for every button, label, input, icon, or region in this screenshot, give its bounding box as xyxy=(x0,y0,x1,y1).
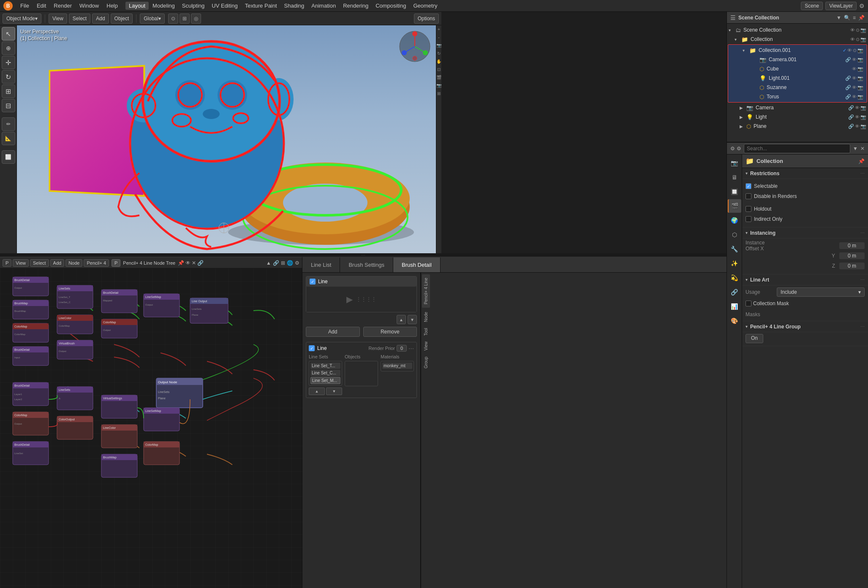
transform-selector[interactable]: Global ▾ xyxy=(140,14,165,24)
node-pin-icon[interactable]: 📌 xyxy=(178,260,184,266)
outliner-filter-icon[interactable]: ▼ xyxy=(836,15,841,21)
outliner-light[interactable]: ▶ 💡 Light 🔗 👁 📷 xyxy=(727,112,868,122)
blender-logo[interactable]: B xyxy=(3,1,13,11)
node-pencil4-btn[interactable]: Pencil+ 4 xyxy=(84,259,109,267)
camera-link[interactable]: 🔗 xyxy=(848,105,854,111)
scene-selector[interactable]: Scene xyxy=(801,2,823,10)
light001-link[interactable]: 🔗 xyxy=(845,76,851,81)
vtab-group[interactable]: Group xyxy=(422,354,430,371)
node-node-menu[interactable]: Node xyxy=(65,259,82,267)
col-vis[interactable]: 👁 xyxy=(850,37,855,42)
col001-vis[interactable]: 👁 xyxy=(847,48,852,53)
view-menu[interactable]: View xyxy=(49,14,67,24)
props-tab-view-layer[interactable]: 🔲 xyxy=(728,185,741,198)
node-add-menu[interactable]: Add xyxy=(50,259,65,267)
pan-view-btn[interactable]: ✋ xyxy=(436,59,441,64)
workspace-animation[interactable]: Animation xyxy=(308,2,339,10)
camera-render[interactable]: 📷 xyxy=(860,105,866,111)
on-button[interactable]: On xyxy=(746,334,763,343)
add-menu[interactable]: Add xyxy=(92,14,109,24)
indirect-only-checkbox[interactable] xyxy=(746,216,751,222)
workspace-shading[interactable]: Shading xyxy=(281,2,308,10)
vtab-node[interactable]: Node xyxy=(422,309,430,325)
cam-link[interactable]: 🔗 xyxy=(845,57,851,62)
tab-brush-detail[interactable]: Brush Detail xyxy=(393,257,441,272)
props-tab-particles[interactable]: ✨ xyxy=(728,257,741,270)
remove-btn[interactable]: Remove xyxy=(363,327,417,337)
props-tab-world[interactable]: 🌍 xyxy=(728,214,741,227)
outliner-collection[interactable]: ▾ 📁 Collection 👁 ⊙ 📷 xyxy=(727,35,868,44)
active-line-checkbox[interactable]: ✓ xyxy=(309,345,315,351)
props-tab-render[interactable]: 📷 xyxy=(728,156,741,170)
workspace-rendering[interactable]: Rendering xyxy=(340,2,372,10)
cursor-tool[interactable]: ⊕ xyxy=(2,41,15,55)
scene-col-sel[interactable]: ⊙ xyxy=(856,27,860,33)
node-link-icon[interactable]: 🔗 xyxy=(197,260,204,266)
node-layout-icon[interactable]: ⊞ xyxy=(281,260,285,266)
node-eye-icon[interactable]: 👁 xyxy=(185,260,190,266)
workspace-modeling[interactable]: Modeling xyxy=(149,2,178,10)
scroll-down-btn[interactable]: ▼ xyxy=(408,315,417,324)
outliner-plane[interactable]: ▶ ⬡ Plane 🔗 👁 📷 xyxy=(727,122,868,131)
collection-pin-icon[interactable]: 📌 xyxy=(858,158,865,164)
plane-render[interactable]: 📷 xyxy=(860,124,866,129)
proportional-edit-btn[interactable]: ⊙ xyxy=(168,14,178,24)
node-chain-icon[interactable]: 🔗 xyxy=(273,260,279,266)
menu-file[interactable]: File xyxy=(17,2,33,10)
render-btn[interactable]: 🎬 xyxy=(436,75,441,80)
props-search-input[interactable] xyxy=(744,144,850,153)
line-sets-up[interactable]: ▲ xyxy=(309,387,325,395)
node-view-menu[interactable]: View xyxy=(13,259,29,267)
menu-render[interactable]: Render xyxy=(50,2,75,10)
overlay-btn[interactable]: ◎ xyxy=(191,14,201,24)
restrictions-header[interactable]: ▾ Restrictions ⋯ xyxy=(742,168,868,179)
collection-mask-checkbox[interactable] xyxy=(746,301,751,306)
instance-x-value[interactable]: 0 m xyxy=(839,242,865,249)
col-render[interactable]: 📷 xyxy=(860,37,866,42)
instance-z-value[interactable]: 0 m xyxy=(839,263,865,269)
col001-checkbox[interactable]: ✓ xyxy=(843,48,846,53)
node-p-icon-2[interactable]: P xyxy=(112,259,120,267)
menu-edit[interactable]: Edit xyxy=(33,2,49,10)
viewport-3d[interactable]: User Perspective (1) Collection | Plane xyxy=(17,25,436,253)
vtab-view[interactable]: View xyxy=(422,339,430,353)
props-sort-icon[interactable]: ▼ xyxy=(853,146,858,152)
props-tab-modifiers[interactable]: 🔧 xyxy=(728,242,741,256)
material-item-1[interactable]: monkey_mt xyxy=(382,363,412,369)
suz-render[interactable]: 📷 xyxy=(857,85,863,90)
col-sel[interactable]: ⊙ xyxy=(856,37,860,42)
node-select-menu[interactable]: Select xyxy=(30,259,49,267)
select-tool[interactable]: ↖ xyxy=(2,27,15,41)
outliner-camera[interactable]: ▶ 📷 Camera 🔗 👁 📷 xyxy=(727,103,868,112)
plane-vis[interactable]: 👁 xyxy=(855,124,860,129)
torus-link[interactable]: 🔗 xyxy=(845,94,851,100)
outliner-settings-icon[interactable]: ≡ xyxy=(853,15,856,21)
node-global-icon[interactable]: 🌐 xyxy=(287,260,293,266)
outliner-pin-icon[interactable]: 📌 xyxy=(858,15,865,21)
annotate-tool[interactable]: ✏ xyxy=(2,117,15,131)
tab-brush-settings[interactable]: Brush Settings xyxy=(340,257,393,272)
line-set-item-2[interactable]: Line Set_C... xyxy=(310,370,340,376)
light001-render[interactable]: 📷 xyxy=(857,76,863,81)
line-dots-icon[interactable]: ⋯ xyxy=(408,345,414,352)
props-close-icon[interactable]: ✕ xyxy=(860,146,865,152)
outliner-cube[interactable]: ⬡ Cube 👁 📷 xyxy=(730,64,865,73)
cam-vis[interactable]: 👁 xyxy=(852,57,857,62)
props-pin-icon[interactable]: ⚙ xyxy=(730,146,735,152)
instance-y-value[interactable]: 0 m xyxy=(839,252,865,259)
outliner-search-icon[interactable]: 🔍 xyxy=(844,15,850,21)
view-layer-selector[interactable]: ViewLayer xyxy=(825,2,857,10)
props-tab-output[interactable]: 🖥 xyxy=(728,171,741,184)
scene-col-vis[interactable]: 👁 xyxy=(850,27,855,33)
disable-renders-checkbox[interactable] xyxy=(746,193,751,199)
line-sets-down[interactable]: ▼ xyxy=(326,387,342,395)
move-tool[interactable]: ✛ xyxy=(2,56,15,69)
measure-tool[interactable]: 📐 xyxy=(2,132,15,145)
plane-link[interactable]: 🔗 xyxy=(848,124,854,129)
node-p-btn[interactable]: P xyxy=(3,259,11,267)
props-tab-physics[interactable]: 💫 xyxy=(728,271,741,285)
grid-btn[interactable]: ⊞ xyxy=(437,91,441,96)
ortho-view-btn[interactable]: ⊡ xyxy=(437,67,441,72)
cube-render[interactable]: 📷 xyxy=(857,66,863,72)
workspace-sculpting[interactable]: Sculpting xyxy=(179,2,208,10)
